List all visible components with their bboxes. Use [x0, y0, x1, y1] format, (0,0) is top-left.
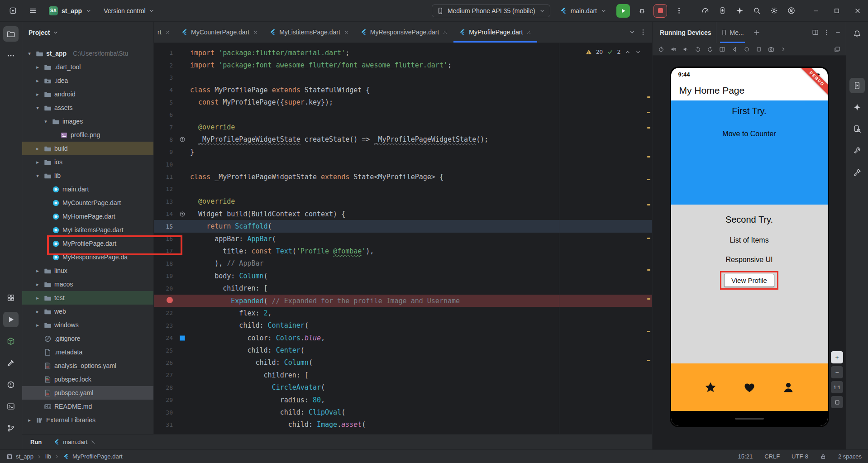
- warning-stripe-mark[interactable]: [647, 269, 650, 271]
- phone-screen[interactable]: 9:44 My Home Page First Try. Move to Cou…: [671, 68, 828, 426]
- gemini-icon[interactable]: [849, 100, 865, 115]
- project-icon[interactable]: [3, 26, 19, 42]
- tree-item-metadata[interactable]: .metadata: [22, 345, 153, 359]
- tree-item-profile-png[interactable]: profile.png: [22, 128, 153, 142]
- stop-button[interactable]: [653, 4, 667, 18]
- editor-tab-mylistitemspage-dart[interactable]: MyListitemsPage.dart: [264, 22, 355, 43]
- overview-icon[interactable]: [756, 46, 762, 53]
- tree-item-st-app[interactable]: ▾st_appC:\Users\fomba\Stu: [22, 47, 153, 60]
- warning-stripe-mark[interactable]: [647, 127, 650, 129]
- fit-screen-button[interactable]: [831, 396, 843, 408]
- more-v-icon[interactable]: [823, 29, 830, 36]
- code-line-7[interactable]: 7 @override: [154, 121, 652, 133]
- tab-options-icon[interactable]: [639, 29, 647, 36]
- tree-item-myresponsivepage-da[interactable]: MyResponsivePage.da: [22, 250, 153, 264]
- code-line-25[interactable]: 25 child: Center(: [154, 344, 652, 356]
- problems-icon[interactable]: [3, 377, 19, 392]
- code-line-6[interactable]: 6: [154, 109, 652, 121]
- tree-item-readme-md[interactable]: README.md: [22, 400, 153, 413]
- services-icon[interactable]: [3, 290, 19, 305]
- tree-chevron-icon[interactable]: ▸: [26, 417, 33, 423]
- wrench-icon[interactable]: [849, 143, 865, 158]
- tree-item-assets[interactable]: ▾assets: [22, 101, 153, 115]
- more-windows-icon[interactable]: [3, 48, 19, 63]
- run-config-selector[interactable]: main.dart: [555, 5, 612, 17]
- tree-item-analysis-options-yaml[interactable]: analysis_options.yaml: [22, 359, 153, 372]
- settings-button[interactable]: [767, 4, 781, 18]
- warning-stripe-mark[interactable]: [647, 96, 650, 98]
- tree-item-dart-tool[interactable]: ▸.dart_tool: [22, 60, 153, 74]
- override-gutter-icon[interactable]: [179, 136, 186, 143]
- star-icon[interactable]: [704, 381, 717, 394]
- tree-item-android[interactable]: ▸android: [22, 87, 153, 101]
- heart-icon[interactable]: [743, 381, 756, 394]
- code-line-17[interactable]: 17 title: const Text('Profile @fombae'),: [154, 245, 652, 257]
- editor-tab-rt[interactable]: rt: [154, 22, 176, 43]
- code-line-5[interactable]: 5 const MyProfilePage({super.key});: [154, 96, 652, 109]
- version-control-icon[interactable]: [3, 420, 19, 436]
- screenshot-icon[interactable]: [768, 46, 774, 53]
- close-tab-icon[interactable]: [442, 29, 448, 35]
- more-actions-button[interactable]: [672, 4, 686, 18]
- back-icon[interactable]: [731, 46, 738, 53]
- snapshot-icon[interactable]: [834, 46, 840, 53]
- home-icon[interactable]: [744, 46, 750, 53]
- tree-item-myprofilepage-dart[interactable]: MyProfilePage.dart: [22, 237, 153, 250]
- tree-chevron-icon[interactable]: ▾: [26, 51, 33, 57]
- code-line-11[interactable]: 11class _MyProfilePageWidgetState extend…: [154, 171, 652, 183]
- hide-icon[interactable]: [835, 29, 841, 36]
- device-tab[interactable]: Me...: [716, 22, 749, 43]
- breadcrumb-item-myprofilepage-dart[interactable]: MyProfilePage.dart: [63, 453, 123, 460]
- breadcrumb-item-st-app[interactable]: st_app: [6, 453, 33, 460]
- view-profile-button[interactable]: View Profile: [724, 274, 774, 287]
- tree-chevron-icon[interactable]: ▸: [34, 322, 41, 328]
- code-line-14[interactable]: 14 Widget build(BuildContext context) {: [154, 208, 652, 220]
- code-line-15[interactable]: 15 return Scaffold(: [154, 220, 652, 232]
- code-line-10[interactable]: 10: [154, 158, 652, 171]
- tree-item-linux[interactable]: ▸linux: [22, 264, 153, 277]
- run-button[interactable]: [616, 4, 630, 18]
- vcs-widget[interactable]: Version control: [101, 5, 157, 16]
- run-tab-main-dart[interactable]: main.dart: [53, 439, 96, 445]
- tree-item-lib[interactable]: ▾lib: [22, 169, 153, 182]
- warning-stripe-mark[interactable]: [647, 204, 650, 205]
- code-line-29[interactable]: 29 radius: 80,: [154, 394, 652, 406]
- terminal-icon[interactable]: [3, 399, 19, 414]
- editor-tab-mycounterpage-dart[interactable]: MyCounterPage.dart: [176, 22, 264, 43]
- indent-widget[interactable]: 2 spaces: [838, 453, 862, 460]
- build-icon[interactable]: [3, 355, 19, 371]
- code-line-26[interactable]: 26 child: Column(: [154, 357, 652, 369]
- tree-item-idea[interactable]: ▸.idea: [22, 74, 153, 87]
- tree-item-test[interactable]: ▸test: [22, 291, 153, 305]
- person-icon[interactable]: [782, 381, 795, 394]
- rotate-left-icon[interactable]: [695, 46, 701, 53]
- code-line-22[interactable]: 22 flex: 2,: [154, 307, 652, 319]
- tab-list-chevron-icon[interactable]: [629, 29, 636, 36]
- warning-stripe-mark[interactable]: [647, 179, 650, 180]
- rotate-right-icon[interactable]: [707, 46, 713, 53]
- warning-stripe-mark[interactable]: [647, 360, 650, 361]
- zoom-out-button[interactable]: −: [831, 366, 843, 378]
- zoom-in-button[interactable]: +: [831, 351, 843, 363]
- encoding-widget[interactable]: UTF-8: [792, 453, 808, 460]
- code-line-1[interactable]: 1import 'package:flutter/material.dart';: [154, 47, 652, 59]
- close-tab-icon[interactable]: [343, 29, 349, 35]
- code-line-27[interactable]: 27 children: [: [154, 369, 652, 381]
- tree-item-macos[interactable]: ▸macos: [22, 277, 153, 291]
- account-button[interactable]: [784, 4, 798, 18]
- minimize-window-button[interactable]: [806, 0, 826, 22]
- tree-item-ios[interactable]: ▸ios: [22, 155, 153, 169]
- project-widget[interactable]: SA st_app: [45, 5, 95, 17]
- code-line-19[interactable]: 19 body: Column(: [154, 270, 652, 282]
- tree-item-pubspec-yaml[interactable]: pubspec.yaml: [22, 386, 153, 400]
- prev-problem-icon[interactable]: [625, 49, 631, 55]
- power-icon[interactable]: [658, 46, 664, 53]
- tree-item-images[interactable]: ▾images: [22, 115, 153, 128]
- readonly-lock-widget[interactable]: [820, 453, 826, 460]
- split-icon[interactable]: [812, 29, 819, 36]
- tree-item-gitignore[interactable]: .gitignore: [22, 332, 153, 345]
- tree-chevron-icon[interactable]: ▸: [34, 295, 41, 301]
- caret-position-widget[interactable]: 15:21: [738, 453, 753, 460]
- code-line-12[interactable]: 12: [154, 183, 652, 195]
- chevron-right-icon[interactable]: [780, 46, 787, 53]
